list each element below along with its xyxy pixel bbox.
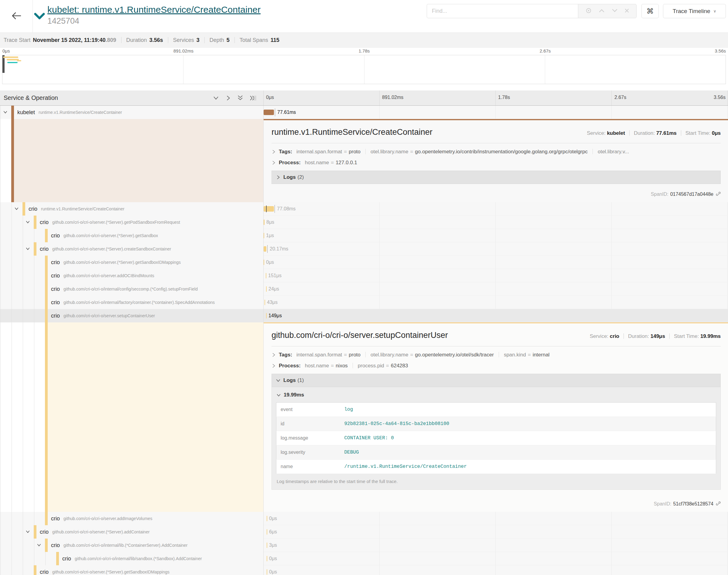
span-row[interactable]: criogithub.com/cri-o/cri-o/internal/lib.…	[0, 539, 728, 552]
find-input[interactable]	[427, 4, 578, 18]
indent-guide	[0, 552, 1, 565]
span-bar-cell[interactable]: 0μs	[264, 256, 728, 269]
operation-name: github.com/cri-o/cri-o/internal/factory/…	[64, 300, 215, 305]
span-duration-bar[interactable]	[264, 219, 265, 225]
indent-guide	[0, 309, 1, 323]
span-bar-cell[interactable]: 0μs	[264, 552, 728, 565]
timeline-minimap[interactable]	[2, 55, 726, 84]
span-row[interactable]: criogithub.com/cri-o/cri-o/server.(*Serv…	[0, 565, 728, 575]
span-duration-bar[interactable]	[264, 206, 274, 212]
operation-name: github.com/cri-o/cri-o/server.(*Server).…	[52, 530, 150, 534]
span-bar-cell[interactable]: 1μs	[264, 229, 728, 242]
tags-accordion[interactable]: Tags: internal.span.format=protootel.lib…	[271, 352, 725, 358]
span-name-cell: criogithub.com/cri-o/cri-o/server.(*Serv…	[0, 565, 264, 575]
log-entry-toggle[interactable]: 19.99ms	[277, 392, 716, 398]
span-bar-cell[interactable]: 149μs	[264, 309, 728, 323]
collapse-children-chevron-icon[interactable]	[3, 110, 8, 114]
span-detail-title: github.com/cri-o/cri-o/server.setupConta…	[271, 331, 448, 340]
span-bar-cell[interactable]: 43μs	[264, 296, 728, 309]
trace-title-link[interactable]: kubelet: runtime.v1.RuntimeService/Creat…	[47, 5, 261, 14]
span-duration-bar[interactable]	[264, 233, 264, 238]
span-detail-content: runtime.v1.RuntimeService/CreateContaine…	[264, 119, 728, 202]
collapse-children-chevron-icon[interactable]	[14, 206, 19, 211]
span-duration-bar[interactable]	[265, 300, 265, 305]
service-color-stripe	[45, 282, 48, 296]
process-accordion[interactable]: Process: host.name=nixosprocess.pid=6242…	[271, 363, 725, 369]
span-bar-cell[interactable]: 8μs	[264, 215, 728, 229]
span-bar-cell[interactable]: 20.17ms	[264, 242, 728, 256]
span-row[interactable]: criogithub.com/cri-o/cri-o/internal/fact…	[0, 296, 728, 309]
divider	[499, 352, 499, 357]
indent-guide	[11, 256, 12, 269]
back-button[interactable]	[0, 0, 33, 32]
span-duration-bar[interactable]	[267, 529, 267, 535]
span-duration-bar[interactable]	[267, 556, 267, 561]
span-row[interactable]: criogithub.com/cri-o/cri-o/server.(*Serv…	[0, 525, 728, 539]
span-name-cell: criogithub.com/cri-o/cri-o/server.(*Serv…	[0, 215, 264, 229]
span-row[interactable]: criogithub.com/cri-o/cri-o/server.addOCI…	[0, 269, 728, 282]
locate-icon[interactable]	[585, 7, 592, 15]
process-accordion[interactable]: Process: host.name=127.0.0.1	[271, 160, 725, 166]
span-bar-cell[interactable]: 0μs	[264, 512, 728, 525]
tags-accordion[interactable]: Tags: internal.span.format=protootel.lib…	[271, 149, 725, 155]
span-row[interactable]: criogithub.com/cri-o/cri-o/server.addIma…	[0, 512, 728, 525]
keyboard-shortcuts-button[interactable]: ⌘	[641, 4, 659, 18]
span-row[interactable]: criogithub.com/cri-o/cri-o/server.(*Serv…	[0, 215, 728, 229]
span-duration-bar[interactable]	[267, 543, 267, 548]
span-bar-cell[interactable]: 24μs	[264, 282, 728, 296]
service-name: crio	[29, 206, 37, 212]
service-name: crio	[51, 273, 60, 279]
operation-name: github.com/cri-o/cri-o/server.(*Server).…	[64, 233, 158, 238]
span-row[interactable]: criogithub.com/cri-o/cri-o/server.(*Serv…	[0, 229, 728, 242]
collapse-one-chevron-down-icon[interactable]	[212, 95, 219, 101]
collapse-children-chevron-icon[interactable]	[26, 220, 30, 224]
span-row[interactable]: criogithub.com/cri-o/cri-o/internal/conf…	[0, 282, 728, 296]
span-duration-bar[interactable]	[266, 273, 266, 278]
logs-accordion[interactable]: Logs (1)	[271, 374, 721, 387]
span-duration-bar[interactable]	[264, 246, 266, 252]
span-bar-cell[interactable]: 77.08ms	[264, 202, 728, 215]
trace-expander-chevron-icon[interactable]	[34, 13, 45, 21]
indent-guide	[0, 269, 1, 282]
log-field-key: id	[276, 417, 340, 431]
span-duration-bar[interactable]	[267, 516, 267, 521]
span-duration-bar[interactable]	[266, 313, 267, 318]
back-arrow-icon	[11, 12, 22, 20]
span-duration-bar[interactable]	[264, 110, 274, 115]
span-bar-cell[interactable]: 6μs	[264, 525, 728, 539]
span-row[interactable]: criogithub.com/cri-o/cri-o/server.(*Serv…	[0, 256, 728, 269]
column-resizer-handle[interactable]	[254, 96, 256, 100]
expand-one-chevron-right-icon[interactable]	[225, 95, 231, 101]
prev-match-chevron-up-icon[interactable]	[599, 8, 605, 14]
span-bar-cell[interactable]: 151μs	[264, 269, 728, 282]
span-duration-bar[interactable]	[267, 569, 267, 575]
collapse-children-chevron-icon[interactable]	[26, 246, 30, 251]
collapse-all-double-chevron-down-icon[interactable]	[237, 95, 243, 101]
span-duration-bar[interactable]	[264, 260, 264, 265]
span-bar-cell[interactable]: 3μs	[264, 539, 728, 552]
span-row[interactable]: criogithub.com/cri-o/cri-o/server.setupC…	[0, 309, 728, 323]
detail-left-fill	[48, 323, 263, 512]
span-duration-bar[interactable]	[266, 286, 267, 292]
span-row[interactable]: criogithub.com/cri-o/cri-o/server.(*Serv…	[0, 242, 728, 256]
span-row[interactable]: criogithub.com/cri-o/cri-o/internal/lib/…	[0, 552, 728, 565]
tag-item: otel.library.v...	[598, 149, 629, 155]
span-row[interactable]: kubeletruntime.v1.RuntimeService/CreateC…	[0, 106, 728, 119]
copy-link-icon[interactable]	[715, 501, 721, 507]
trace-view-selector[interactable]: Trace Timeline ∨	[663, 4, 726, 18]
next-match-chevron-down-icon[interactable]	[612, 8, 618, 14]
collapse-children-chevron-icon[interactable]	[26, 530, 30, 534]
logs-accordion[interactable]: Logs (2)	[271, 171, 721, 184]
indent-guide	[11, 512, 12, 525]
indent-guide	[23, 296, 23, 309]
copy-link-icon[interactable]	[715, 191, 721, 197]
span-row[interactable]: crioruntime.v1.RuntimeService/CreateCont…	[0, 202, 728, 215]
span-bar-cell[interactable]: 0μs	[264, 565, 728, 575]
span-bar-cell[interactable]: 77.61ms	[264, 106, 728, 119]
indent-guide	[0, 242, 1, 256]
log-field-value: DEBUG	[340, 445, 716, 460]
indent-guide	[23, 525, 23, 539]
minimap-tick: 891.02ms	[173, 48, 194, 54]
collapse-children-chevron-icon[interactable]	[37, 543, 41, 547]
clear-search-icon[interactable]	[624, 8, 629, 14]
